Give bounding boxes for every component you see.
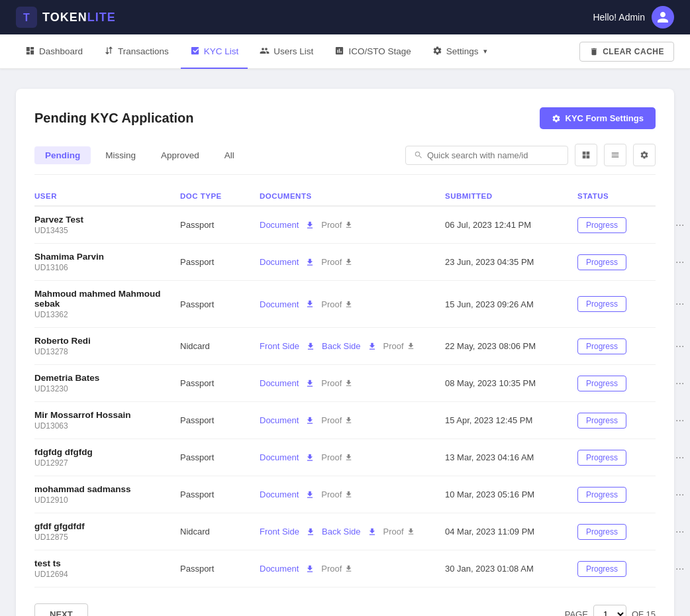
doc-download-icon[interactable] — [305, 490, 315, 499]
more-options-button[interactable]: ··· — [670, 523, 689, 540]
proof-download-icon[interactable] — [344, 564, 353, 573]
user-name: test ts — [34, 558, 180, 568]
clear-cache-button[interactable]: CLEAR CACHE — [579, 42, 674, 62]
sidebar-item-transactions[interactable]: Transactions — [95, 35, 178, 69]
proof-link[interactable]: Proof — [383, 527, 415, 537]
proof-link[interactable]: Proof — [321, 489, 353, 499]
status-badge[interactable]: Progress — [577, 338, 626, 354]
proof-link[interactable]: Proof — [321, 564, 353, 574]
proof-link[interactable]: Proof — [321, 220, 353, 230]
tab-all[interactable]: All — [214, 146, 245, 164]
document-link[interactable]: Document — [260, 489, 299, 499]
doc-download-icon[interactable] — [305, 416, 315, 425]
table-row: gfdf gfgdfdf UD12875 Nidcard Front Side … — [34, 513, 656, 550]
doc-download-icon[interactable] — [305, 299, 315, 309]
view-grid-button[interactable] — [575, 144, 597, 166]
sidebar-item-kyc-list[interactable]: KYC List — [181, 35, 248, 69]
status-badge[interactable]: Progress — [577, 487, 626, 503]
proof-link[interactable]: Proof — [321, 378, 353, 388]
document-link[interactable]: Document — [260, 378, 299, 388]
page-title: Pending KYC Application — [34, 111, 193, 126]
column-settings-button[interactable] — [633, 144, 656, 166]
tab-approved[interactable]: Approved — [150, 146, 210, 164]
proof-link[interactable]: Proof — [321, 452, 353, 462]
doc-download-icon[interactable] — [305, 379, 315, 388]
proof-link[interactable]: Proof — [321, 257, 353, 267]
next-button[interactable]: NEXT — [34, 603, 88, 616]
status-badge[interactable]: Progress — [577, 296, 626, 312]
more-options-button[interactable]: ··· — [670, 375, 689, 392]
doc-download-icon[interactable] — [305, 258, 315, 267]
doc-download-icon[interactable] — [305, 564, 315, 574]
proof-download-icon[interactable] — [407, 342, 415, 350]
status-cell: Progress — [577, 487, 670, 503]
view-list-button[interactable] — [604, 144, 626, 166]
proof-link[interactable]: Proof — [383, 341, 415, 351]
proof-download-icon[interactable] — [407, 527, 415, 536]
status-badge[interactable]: Progress — [577, 413, 626, 429]
sidebar-item-users-list[interactable]: Users List — [250, 35, 322, 69]
proof-download-icon[interactable] — [344, 379, 353, 387]
actions-cell: ··· — [670, 254, 690, 271]
user-cell: fdgfdg dfgfdg UD12927 — [34, 447, 180, 468]
tab-pending[interactable]: Pending — [34, 146, 91, 164]
user-cell: test ts UD12694 — [34, 558, 180, 579]
user-name: Mahmoud mahmed Mahmoud sebak — [34, 289, 180, 309]
status-badge[interactable]: Progress — [577, 217, 626, 233]
back-download-icon[interactable] — [368, 342, 377, 351]
front-side-link[interactable]: Front Side — [260, 527, 299, 537]
status-badge[interactable]: Progress — [577, 450, 626, 466]
back-side-link[interactable]: Back Side — [322, 527, 361, 537]
sidebar-item-dashboard[interactable]: Dashboard — [16, 35, 92, 69]
proof-download-icon[interactable] — [344, 221, 353, 229]
actions-cell: ··· — [670, 295, 690, 313]
proof-link[interactable]: Proof — [321, 299, 353, 309]
front-download-icon[interactable] — [306, 342, 315, 351]
user-id: UD12910 — [34, 495, 180, 505]
proof-download-icon[interactable] — [344, 258, 353, 266]
status-badge[interactable]: Progress — [577, 561, 626, 577]
document-link[interactable]: Document — [260, 452, 299, 462]
document-link[interactable]: Document — [260, 415, 299, 425]
document-link[interactable]: Document — [260, 299, 299, 309]
front-download-icon[interactable] — [306, 527, 315, 537]
document-link[interactable]: Document — [260, 257, 299, 267]
proof-link[interactable]: Proof — [321, 415, 353, 425]
brand-name: TOKENLITE — [42, 11, 116, 25]
more-options-button[interactable]: ··· — [670, 338, 689, 355]
status-cell: Progress — [577, 296, 670, 312]
avatar[interactable] — [652, 6, 674, 28]
proof-download-icon[interactable] — [344, 300, 353, 309]
more-options-button[interactable]: ··· — [670, 449, 689, 466]
document-link[interactable]: Document — [260, 564, 299, 574]
more-options-button[interactable]: ··· — [670, 412, 689, 429]
status-badge[interactable]: Progress — [577, 254, 626, 270]
documents-cell: Document Proof — [260, 378, 445, 388]
more-options-button[interactable]: ··· — [670, 217, 689, 234]
status-cell: Progress — [577, 561, 670, 577]
more-options-button[interactable]: ··· — [670, 254, 689, 271]
search-box[interactable] — [405, 146, 568, 165]
tab-missing[interactable]: Missing — [95, 146, 146, 164]
proof-download-icon[interactable] — [344, 490, 353, 499]
kyc-form-settings-button[interactable]: KYC Form Settings — [540, 107, 656, 129]
document-link[interactable]: Document — [260, 220, 299, 230]
doc-download-icon[interactable] — [305, 221, 315, 230]
search-input[interactable] — [427, 150, 560, 160]
back-download-icon[interactable] — [368, 527, 377, 537]
page-select[interactable]: 1 — [593, 605, 626, 616]
status-cell: Progress — [577, 413, 670, 429]
doc-download-icon[interactable] — [305, 453, 315, 462]
sidebar-item-settings[interactable]: Settings ▾ — [423, 35, 497, 69]
status-badge[interactable]: Progress — [577, 376, 626, 391]
proof-download-icon[interactable] — [344, 453, 353, 462]
more-options-button[interactable]: ··· — [670, 486, 689, 503]
documents-cell: Document Proof — [260, 220, 445, 230]
back-side-link[interactable]: Back Side — [322, 341, 361, 351]
more-options-button[interactable]: ··· — [670, 560, 689, 578]
status-badge[interactable]: Progress — [577, 524, 626, 540]
sidebar-item-ico-sto[interactable]: ICO/STO Stage — [325, 35, 420, 69]
more-options-button[interactable]: ··· — [670, 295, 689, 313]
proof-download-icon[interactable] — [344, 416, 353, 425]
front-side-link[interactable]: Front Side — [260, 341, 299, 351]
